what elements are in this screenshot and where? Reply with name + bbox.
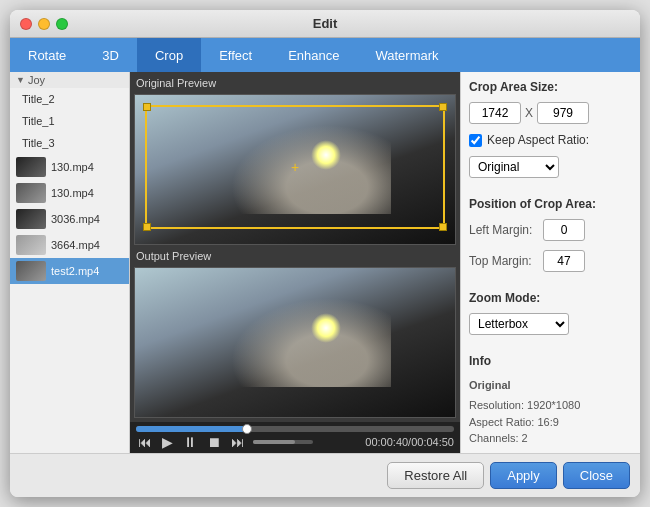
- progress-bar[interactable]: [136, 426, 454, 432]
- keep-aspect-checkbox[interactable]: [469, 134, 482, 147]
- apply-button[interactable]: Apply: [490, 462, 557, 489]
- close-button[interactable]: Close: [563, 462, 630, 489]
- video-light-sim: [311, 140, 341, 170]
- sidebar-group-label: Joy: [28, 74, 45, 86]
- sidebar-item-label-title3: Title_3: [22, 137, 55, 149]
- restore-all-button[interactable]: Restore All: [387, 462, 484, 489]
- maximize-window-button[interactable]: [56, 18, 68, 30]
- zoom-select[interactable]: Letterbox Pan & Scan Full: [469, 313, 569, 335]
- original-video-sim: [135, 95, 455, 244]
- item-thumb-v3: [16, 209, 46, 229]
- keep-aspect-row: Keep Aspect Ratio:: [469, 133, 632, 147]
- tab-enhance[interactable]: Enhance: [270, 38, 357, 72]
- keep-aspect-label: Keep Aspect Ratio:: [487, 133, 589, 147]
- sidebar-item-v3[interactable]: 3036.mp4: [10, 206, 129, 232]
- sidebar-item-title1[interactable]: Title_1: [10, 110, 129, 132]
- zoom-select-row: Letterbox Pan & Scan Full: [469, 313, 632, 335]
- original-sub-label: Original: [469, 379, 632, 391]
- window-title: Edit: [313, 16, 338, 31]
- info-title: Info: [469, 354, 632, 368]
- tab-effect[interactable]: Effect: [201, 38, 270, 72]
- skip-back-button[interactable]: ⏮: [136, 435, 154, 449]
- video-controls: ⏮ ▶ ⏸ ⏹ ⏭ 00:00:40/00:04:50: [130, 422, 460, 453]
- controls-row: ⏮ ▶ ⏸ ⏹ ⏭ 00:00:40/00:04:50: [136, 435, 454, 449]
- x-separator: X: [525, 106, 533, 120]
- output-video-hand-sim: [231, 298, 391, 387]
- volume-slider[interactable]: [253, 440, 313, 444]
- main-content: ▼ Joy Title_2 Title_1 Title_3 130.mp4: [10, 72, 640, 453]
- original-resolution: Resolution: 1920*1080: [469, 397, 632, 414]
- tab-crop[interactable]: Crop: [137, 38, 201, 72]
- pause-button[interactable]: ⏸: [181, 435, 199, 449]
- sidebar-item-v4[interactable]: 3664.mp4: [10, 232, 129, 258]
- original-preview-area: +: [134, 94, 456, 245]
- output-preview-area: [134, 267, 456, 418]
- left-margin-label: Left Margin:: [469, 223, 539, 237]
- progress-fill: [136, 426, 247, 432]
- minimize-window-button[interactable]: [38, 18, 50, 30]
- original-channels: Channels: 2: [469, 430, 632, 447]
- top-margin-label: Top Margin:: [469, 254, 539, 268]
- crop-area-size-title: Crop Area Size:: [469, 80, 632, 94]
- main-window: Edit Rotate 3D Crop Effect Enhance Water…: [10, 10, 640, 497]
- play-button[interactable]: ▶: [160, 435, 175, 449]
- right-panel: Crop Area Size: X Keep Aspect Ratio: Ori…: [460, 72, 640, 453]
- sidebar-item-title2[interactable]: Title_2: [10, 88, 129, 110]
- top-margin-row: Top Margin:: [469, 250, 632, 272]
- crop-size-row: X: [469, 102, 632, 124]
- original-aspect: Aspect Ratio: 16:9: [469, 414, 632, 431]
- bottom-bar: Restore All Apply Close: [10, 453, 640, 497]
- original-preview-label: Original Preview: [134, 76, 456, 90]
- item-thumb-v2: [16, 183, 46, 203]
- sidebar-item-label-v2: 130.mp4: [51, 187, 94, 199]
- tab-3d[interactable]: 3D: [84, 38, 137, 72]
- zoom-mode-title: Zoom Mode:: [469, 291, 632, 305]
- top-margin-input[interactable]: [543, 250, 585, 272]
- progress-thumb[interactable]: [242, 424, 252, 434]
- sidebar: ▼ Joy Title_2 Title_1 Title_3 130.mp4: [10, 72, 130, 453]
- sidebar-item-label-title1: Title_1: [22, 115, 55, 127]
- crop-width-input[interactable]: [469, 102, 521, 124]
- stop-button[interactable]: ⏹: [205, 435, 223, 449]
- sidebar-item-label-v4: 3664.mp4: [51, 239, 100, 251]
- close-window-button[interactable]: [20, 18, 32, 30]
- output-video-sim: [135, 268, 455, 417]
- sidebar-item-title3[interactable]: Title_3: [10, 132, 129, 154]
- position-title: Position of Crop Area:: [469, 197, 632, 211]
- sidebar-item-label-v1: 130.mp4: [51, 161, 94, 173]
- video-hand-sim: [231, 125, 391, 214]
- tab-rotate[interactable]: Rotate: [10, 38, 84, 72]
- sidebar-item-label-title2: Title_2: [22, 93, 55, 105]
- toolbar: Rotate 3D Crop Effect Enhance Watermark: [10, 38, 640, 72]
- left-margin-input[interactable]: [543, 219, 585, 241]
- sidebar-item-v5[interactable]: test2.mp4: [10, 258, 129, 284]
- window-controls: [20, 18, 68, 30]
- sidebar-item-v2[interactable]: 130.mp4: [10, 180, 129, 206]
- volume-fill: [253, 440, 295, 444]
- item-thumb-v4: [16, 235, 46, 255]
- aspect-select[interactable]: Original 16:9 4:3: [469, 156, 559, 178]
- collapse-icon: ▼: [16, 75, 25, 85]
- tab-watermark[interactable]: Watermark: [357, 38, 456, 72]
- title-bar: Edit: [10, 10, 640, 38]
- output-preview-label: Output Preview: [134, 249, 456, 263]
- item-thumb-v5: [16, 261, 46, 281]
- sidebar-item-label-v3: 3036.mp4: [51, 213, 100, 225]
- original-info-block: Resolution: 1920*1080 Aspect Ratio: 16:9…: [469, 397, 632, 447]
- sidebar-item-label-v5: test2.mp4: [51, 265, 99, 277]
- item-thumb-v1: [16, 157, 46, 177]
- time-display: 00:00:40/00:04:50: [365, 436, 454, 448]
- output-video-light-sim: [311, 313, 341, 343]
- left-margin-row: Left Margin:: [469, 219, 632, 241]
- skip-forward-button[interactable]: ⏭: [229, 435, 247, 449]
- preview-section: Original Preview +: [130, 72, 460, 422]
- sidebar-item-v1[interactable]: 130.mp4: [10, 154, 129, 180]
- aspect-select-row: Original 16:9 4:3: [469, 156, 632, 178]
- center-panel: Original Preview +: [130, 72, 460, 453]
- crop-height-input[interactable]: [537, 102, 589, 124]
- sidebar-group-joy[interactable]: ▼ Joy: [10, 72, 129, 88]
